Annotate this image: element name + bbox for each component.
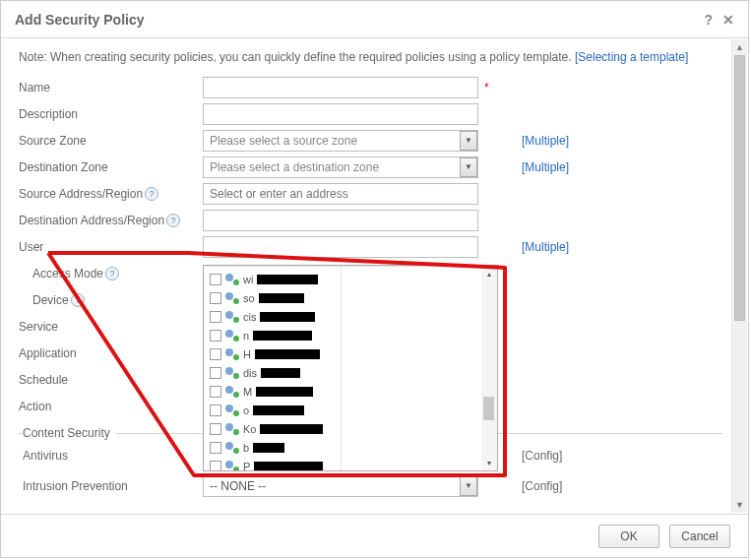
chevron-down-icon[interactable]: ▼ (460, 476, 477, 496)
label-dest-addr: Destination Address/Region ? (19, 214, 203, 227)
cancel-button[interactable]: Cancel (669, 525, 730, 548)
close-icon[interactable]: ✕ (722, 12, 734, 28)
scroll-down-icon[interactable]: ▾ (481, 456, 496, 469)
redacted-text (256, 387, 313, 397)
label-access-mode-text: Access Mode (32, 267, 103, 280)
user-list-item[interactable]: cis (204, 307, 341, 326)
chevron-down-icon[interactable]: ▼ (460, 157, 477, 177)
user-group-icon (225, 367, 239, 379)
dialog-header: Add Security Policy ? ✕ (1, 1, 748, 38)
user-list-item[interactable]: M (204, 382, 341, 401)
user-list-item[interactable]: o (204, 401, 341, 419)
scroll-up-icon[interactable]: ▴ (481, 267, 496, 280)
user-multiple-link[interactable]: [Multiple] (478, 240, 596, 254)
help-icon[interactable]: ? (71, 293, 85, 307)
source-zone-select[interactable]: Please select a source zone ▼ (203, 130, 478, 152)
note-line: Note: When creating security policies, y… (19, 50, 722, 64)
user-item-prefix: b (243, 442, 249, 454)
dialog-footer: OK Cancel (1, 514, 748, 557)
dest-address-input[interactable] (203, 210, 478, 231)
vertical-scrollbar[interactable]: ▲ ▼ (731, 39, 747, 513)
user-list-item[interactable]: P (204, 457, 341, 470)
user-list-item[interactable]: so (204, 288, 341, 307)
label-source-addr: Source Address/Region ? (19, 187, 203, 201)
label-application: Application (19, 346, 203, 360)
dest-zone-multiple-link[interactable]: [Multiple] (478, 160, 596, 174)
label-source-zone: Source Zone (19, 134, 203, 148)
user-group-icon (225, 348, 239, 360)
user-item-prefix: o (243, 404, 249, 416)
user-item-prefix: dis (243, 367, 257, 379)
intrusion-value: -- NONE -- (210, 479, 266, 493)
user-input[interactable] (203, 236, 478, 258)
redacted-text (261, 368, 300, 378)
label-source-addr-text: Source Address/Region (19, 187, 143, 201)
template-link[interactable]: [Selecting a template] (575, 50, 688, 64)
user-list-item[interactable]: H (204, 344, 341, 363)
checkbox[interactable] (210, 348, 221, 360)
help-icon[interactable]: ? (105, 267, 119, 280)
user-group-icon (225, 274, 239, 285)
dest-zone-select[interactable]: Please select a destination zone ▼ (203, 156, 478, 178)
user-list: wisocisnHdisMoKobP (204, 266, 342, 470)
label-intrusion: Intrusion Prevention (19, 479, 203, 493)
scroll-thumb[interactable] (483, 397, 494, 420)
ok-button[interactable]: OK (598, 525, 659, 548)
source-zone-multiple-link[interactable]: [Multiple] (478, 134, 596, 148)
checkbox[interactable] (210, 311, 221, 323)
help-icon[interactable]: ? (704, 12, 713, 28)
redacted-text (259, 293, 304, 303)
description-input[interactable] (203, 103, 478, 125)
checkbox[interactable] (210, 423, 221, 435)
user-group-icon (225, 311, 239, 323)
checkbox[interactable] (210, 404, 221, 416)
user-list-item[interactable]: Ko (204, 419, 341, 438)
label-antivirus: Antivirus (19, 449, 203, 463)
checkbox[interactable] (210, 386, 221, 398)
user-list-item[interactable]: wi (204, 270, 341, 288)
name-input[interactable] (203, 77, 478, 98)
intrusion-select[interactable]: -- NONE -- ▼ (203, 475, 478, 497)
label-dest-addr-text: Destination Address/Region (19, 214, 164, 227)
scroll-down-icon[interactable]: ▼ (732, 497, 747, 513)
redacted-text (253, 405, 304, 415)
scroll-up-icon[interactable]: ▲ (732, 39, 747, 55)
scroll-thumb[interactable] (734, 55, 745, 321)
checkbox[interactable] (210, 461, 221, 471)
dialog-body-wrapper: ▲ ▼ Note: When creating security policie… (1, 38, 748, 514)
label-description: Description (19, 107, 203, 121)
checkbox[interactable] (210, 274, 221, 285)
chevron-down-icon[interactable]: ▼ (460, 131, 477, 151)
checkbox[interactable] (210, 442, 221, 454)
redacted-text (254, 462, 323, 471)
user-item-prefix: so (243, 292, 255, 304)
source-address-input[interactable] (203, 183, 478, 205)
redacted-text (260, 312, 315, 322)
label-device: Device ? (19, 293, 203, 307)
label-schedule: Schedule (19, 373, 203, 387)
help-icon[interactable]: ? (166, 214, 180, 227)
user-group-icon (225, 442, 239, 454)
checkbox[interactable] (210, 367, 221, 379)
dropdown-scrollbar[interactable]: ▴ ▾ (481, 267, 496, 469)
user-list-item[interactable]: n (204, 326, 341, 344)
label-device-text: Device (32, 293, 69, 307)
header-actions: ? ✕ (704, 12, 734, 28)
user-group-icon (225, 386, 239, 398)
user-dropdown-panel[interactable]: wisocisnHdisMoKobP ▴ ▾ (203, 265, 498, 471)
redacted-text (260, 424, 323, 434)
label-name: Name (19, 81, 203, 94)
user-list-item[interactable]: b (204, 438, 341, 457)
user-list-item[interactable]: dis (204, 363, 341, 382)
checkbox[interactable] (210, 330, 221, 342)
content-security-label: Content Security (23, 426, 116, 440)
intrusion-config-link[interactable]: [Config] (478, 479, 596, 493)
help-icon[interactable]: ? (145, 187, 158, 201)
checkbox[interactable] (210, 292, 221, 304)
label-dest-zone: Destination Zone (19, 160, 203, 174)
note-text: Note: When creating security policies, y… (19, 50, 575, 64)
label-action: Action (19, 400, 203, 413)
redacted-text (255, 349, 320, 359)
redacted-text (257, 275, 318, 284)
source-zone-placeholder: Please select a source zone (210, 134, 357, 148)
